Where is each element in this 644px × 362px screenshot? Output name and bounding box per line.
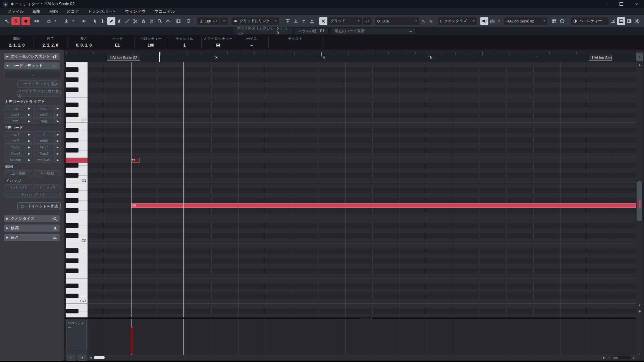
chord-button-label[interactable]: maj7 [5,131,26,137]
menu-transport[interactable]: トランスポート [88,9,116,14]
scroll-left-icon[interactable]: ◀ [88,356,93,359]
chord-button-label[interactable]: min6 [33,138,55,144]
piano-key-A#1[interactable] [66,128,88,133]
seventh-m7b5[interactable]: m7/b5▶ [5,144,32,150]
window-layout-right-button[interactable] [625,17,633,25]
lane-divider-handle[interactable] [361,318,372,318]
piano-key-G-1[interactable] [66,263,88,268]
info-col-0[interactable]: 開始2. 1. 1. 0 [0,35,34,50]
info-col-8[interactable]: テキスト [268,35,322,50]
piano-key-C#0[interactable] [66,233,88,238]
chord-arrow-button[interactable]: ▶ [55,105,61,111]
visibility-dropdown[interactable]: ▼ [53,17,58,25]
snap-button[interactable] [319,17,327,25]
transpose-up-button[interactable] [300,17,308,25]
tool-trim[interactable] [99,17,107,25]
chord-button-label[interactable]: 7 [33,131,55,137]
info-col-3[interactable]: ピッチE1 [101,35,134,50]
solo-editor-button[interactable]: S [11,17,20,25]
drop-ドロップ3[interactable]: ドロップ3 [33,184,61,190]
show-note-overlap-button[interactable] [480,17,488,25]
insert-velocity-stepper[interactable]: ▲ ▼ [213,20,217,22]
drop-button[interactable]: ドロップ3 [33,184,61,190]
piano-key-D1[interactable] [66,168,88,173]
inversion-下へ移動[interactable]: 下へ移動 [33,170,61,176]
triad-min[interactable]: min.▶ [33,105,61,111]
piano-key-A#-2[interactable] [66,309,88,314]
piano-key-B-2[interactable] [66,304,88,309]
piano-key-C2[interactable]: C2 [66,118,88,123]
tool-mute[interactable] [148,17,156,25]
piano-key-F#1[interactable] [66,148,88,153]
triad-sus2[interactable]: sus2▶ [33,112,61,118]
midi-note-E1[interactable]: E1 [131,158,140,163]
window-layout-left-button[interactable] [617,17,625,25]
speaker-button[interactable] [80,17,88,25]
chord-arrow-button[interactable]: ▶ [26,112,32,118]
piano-key-C-1[interactable]: C-1 [66,299,88,304]
piano-key-B2[interactable] [66,62,88,67]
zoom-out-button[interactable]: − [608,356,610,360]
snap-type-dropdown[interactable]: グリッド▼ [328,17,362,25]
tool-erase[interactable] [115,17,123,25]
match-chord-track-button[interactable]: コードトラックに合わせる [17,90,61,97]
chord-arrow-button[interactable]: ▶ [55,112,61,118]
piano-key-D2[interactable] [66,108,88,113]
step-input-button[interactable] [550,17,558,25]
nudge-start-right-button[interactable] [292,17,300,25]
horizontal-scroll-thumb[interactable] [94,356,105,359]
chord-button-label[interactable]: 7sus4 [5,150,26,157]
scroll-down-icon[interactable]: ▼ [636,304,643,307]
tool-glue[interactable] [140,17,148,25]
drop-ドロップ2[interactable]: ドロップ2 [5,184,32,190]
tool-split[interactable] [131,17,140,25]
chord-button-label[interactable]: full dim [5,157,26,163]
piano-key-C#-1[interactable] [66,294,88,299]
piano-key-D#2[interactable] [66,103,88,108]
piano-key-F0[interactable] [66,213,88,218]
piano-key-A#2[interactable] [66,67,88,72]
section-length[interactable]: ▶長さ [4,234,60,241]
piano-key-E0[interactable] [66,218,88,223]
chord-button-label[interactable]: min7 [5,138,26,144]
chord-arrow-button[interactable]: ▶ [55,150,61,157]
section-transpose[interactable]: ▶移調 [4,225,60,232]
piano-key-A2[interactable] [66,72,88,77]
seventh-min7[interactable]: min7▶ [5,138,32,144]
piano-key-C#1[interactable] [66,173,88,178]
nudge-end-button[interactable] [308,17,316,25]
ruler-options-button[interactable]: ▼ [636,53,643,61]
open-in-lower-zone-button[interactable] [609,17,617,25]
inversion-上へ移動[interactable]: 上へ移動 [5,170,32,176]
length-quantize-dropdown[interactable]: Lクオンタイズ▼ [438,17,477,25]
menu-window[interactable]: ウィンドウ [125,9,146,14]
horizontal-zoom-slider[interactable] [612,356,631,359]
autoscroll-button[interactable] [62,17,70,25]
chord-arrow-button[interactable]: ▶ [26,144,32,150]
chord-button-label[interactable]: sus2 [33,112,55,118]
seventh-fulldim[interactable]: full dim▶ [5,157,32,163]
chord-button-label[interactable]: 7sus2 [33,150,55,157]
scroll-right-icon[interactable]: ▶ [601,356,607,359]
piano-key-E1[interactable] [66,158,88,163]
vertical-zoom-thumb[interactable] [639,310,641,312]
chord-arrow-button[interactable]: ▶ [26,138,32,144]
piano-key-E-1[interactable] [66,279,88,284]
maximize-button[interactable] [614,0,629,8]
part-label-end[interactable]: HALion Soni [589,55,612,61]
info-col-2[interactable]: 長さ0. 0. 1. 0 [67,35,101,50]
section-quantize[interactable]: ▶クオンタイズ [4,215,60,222]
close-button[interactable]: × [629,0,644,8]
scroll-up-icon[interactable]: ▲ [636,63,643,66]
section-chord-edit[interactable]: ▼コードエディット [4,62,60,69]
piano-key-D#0[interactable] [66,223,88,228]
piano-key-A1[interactable] [66,133,88,138]
midi-note-G0[interactable]: G0 [131,203,636,208]
info-col-4[interactable]: ベロシティー100 [134,35,168,50]
chord-arrow-button[interactable]: ▶ [55,144,61,150]
part-editing-mode-button[interactable] [488,17,496,25]
piano-key-A0[interactable] [66,193,88,198]
piano-key-A#-1[interactable] [66,248,88,253]
chord-button-label[interactable]: min. [33,105,55,111]
setup-toolbar-button[interactable] [633,17,641,25]
